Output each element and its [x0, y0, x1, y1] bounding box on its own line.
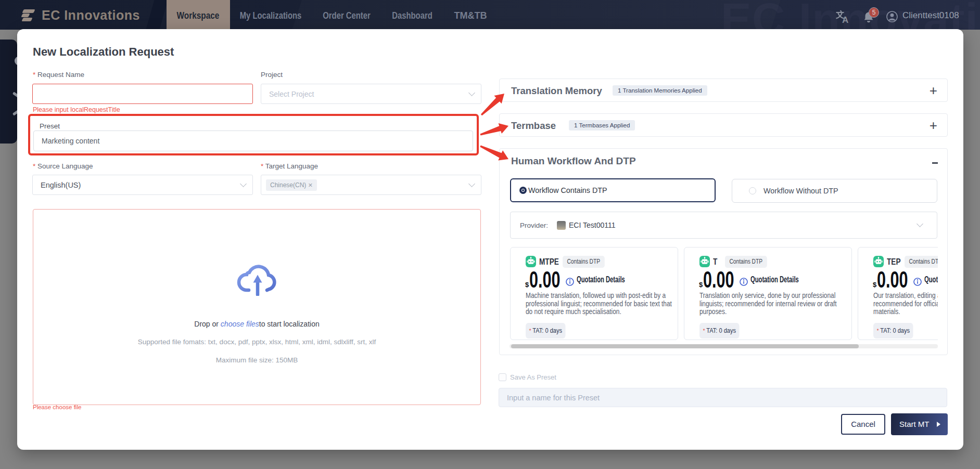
svg-text:A: A	[842, 15, 848, 23]
